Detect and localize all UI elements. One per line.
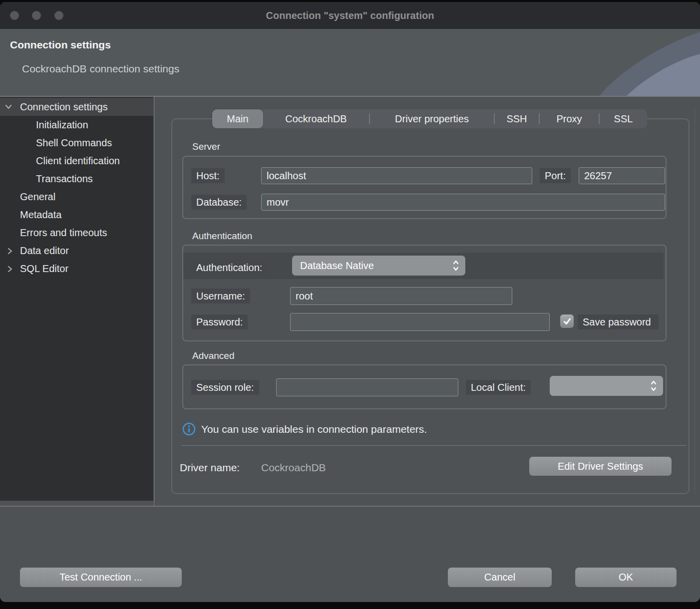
- tab-label: SSL: [614, 113, 633, 125]
- database-label: Database:: [191, 195, 247, 210]
- sidebar-item-sql-editor[interactable]: SQL Editor: [0, 260, 153, 278]
- sidebar-item-shell-commands[interactable]: Shell Commands: [0, 134, 153, 152]
- local-client-select[interactable]: [550, 376, 663, 396]
- sidebar-item-metadata[interactable]: Metadata: [0, 206, 153, 224]
- connection-config-window: Connection "system" configuration Connec…: [0, 2, 700, 602]
- footer-divider: [0, 506, 700, 507]
- tab-label: Driver properties: [395, 113, 469, 125]
- port-label: Port:: [540, 168, 571, 183]
- host-input[interactable]: [261, 167, 532, 184]
- sidebar-divider: [154, 97, 155, 507]
- tab-label: Proxy: [556, 113, 582, 125]
- sidebar-item-data-editor[interactable]: Data editor: [0, 242, 153, 260]
- tab-label: SSH: [506, 113, 527, 125]
- server-group-title: Server: [192, 141, 220, 152]
- tab-ssl[interactable]: SSL: [600, 109, 647, 128]
- page-title: Connection settings: [10, 39, 111, 51]
- tab-bar: Main CockroachDB Driver properties SSH P…: [212, 109, 647, 128]
- tab-driver-properties[interactable]: Driver properties: [370, 109, 494, 128]
- username-label: Username:: [191, 289, 250, 304]
- driver-name-value: CockroachDB: [261, 462, 326, 474]
- updown-chevron-icon: [650, 380, 657, 392]
- tab-main[interactable]: Main: [212, 109, 263, 128]
- ok-button[interactable]: OK: [575, 568, 677, 587]
- tab-ssh[interactable]: SSH: [495, 109, 539, 128]
- sidebar-item-client-identification[interactable]: Client identification: [0, 152, 153, 170]
- cancel-button[interactable]: Cancel: [448, 568, 552, 587]
- window-title: Connection "system" configuration: [0, 2, 700, 29]
- content-right-edge: [695, 109, 695, 494]
- local-client-label: Local Client:: [466, 380, 531, 395]
- session-role-label: Session role:: [191, 380, 259, 395]
- info-text: You can use variables in connection para…: [201, 423, 427, 435]
- test-connection-button[interactable]: Test Connection ...: [20, 568, 182, 587]
- tree-item-label: Errors and timeouts: [20, 227, 107, 238]
- session-role-input[interactable]: [276, 378, 458, 396]
- save-password-label[interactable]: Save password: [578, 314, 659, 329]
- host-label: Host:: [191, 168, 225, 183]
- authentication-method-select[interactable]: Database Native: [292, 256, 465, 276]
- sidebar-item-errors-and-timeouts[interactable]: Errors and timeouts: [0, 224, 153, 242]
- tree-item-label: Initialization: [36, 119, 88, 130]
- titlebar: Connection "system" configuration: [0, 2, 700, 29]
- info-icon: [182, 422, 196, 436]
- edit-driver-settings-button[interactable]: Edit Driver Settings: [529, 457, 672, 476]
- password-input[interactable]: [290, 313, 550, 331]
- tree-item-label: Metadata: [20, 209, 61, 220]
- tree-item-label: General: [20, 191, 55, 202]
- authentication-group-title: Authentication: [192, 231, 252, 242]
- tree-item-label: Data editor: [20, 245, 69, 256]
- updown-chevron-icon: [452, 260, 459, 272]
- decorative-arcs: [593, 29, 700, 96]
- tree-item-label: Client identification: [36, 155, 120, 166]
- username-input[interactable]: [290, 287, 512, 305]
- authentication-method-value: Database Native: [292, 260, 452, 272]
- tab-proxy[interactable]: Proxy: [540, 109, 599, 128]
- sidebar-item-transactions[interactable]: Transactions: [0, 170, 153, 188]
- tab-label: CockroachDB: [285, 113, 347, 125]
- chevron-right-icon: [6, 265, 14, 274]
- sidebar-item-connection-settings[interactable]: Connection settings: [0, 98, 153, 116]
- tree-item-label: SQL Editor: [20, 263, 68, 274]
- driver-divider: [181, 445, 687, 446]
- chevron-down-icon: [4, 103, 13, 111]
- sidebar-item-general[interactable]: General: [0, 188, 153, 206]
- settings-tree: Connection settings Initialization Shell…: [0, 97, 153, 501]
- advanced-group-title: Advanced: [192, 350, 235, 361]
- tab-label: Main: [227, 113, 248, 125]
- dialog-header: Connection settings CockroachDB connecti…: [0, 29, 700, 97]
- driver-name-label: Driver name:: [180, 462, 240, 474]
- tree-item-label: Transactions: [36, 173, 93, 184]
- page-subtitle: CockroachDB connection settings: [22, 63, 179, 75]
- tree-item-label: Connection settings: [20, 101, 108, 112]
- save-password-checkbox[interactable]: [560, 314, 574, 328]
- tab-cockroachdb[interactable]: CockroachDB: [263, 109, 369, 128]
- tree-item-label: Shell Commands: [36, 137, 112, 148]
- sidebar-item-initialization[interactable]: Initialization: [0, 116, 153, 134]
- authentication-label: Authentication:: [191, 260, 267, 275]
- port-input[interactable]: [579, 167, 665, 184]
- checkmark-icon: [563, 317, 572, 326]
- database-input[interactable]: [261, 194, 665, 211]
- password-label: Password:: [191, 314, 248, 329]
- chevron-right-icon: [6, 247, 14, 256]
